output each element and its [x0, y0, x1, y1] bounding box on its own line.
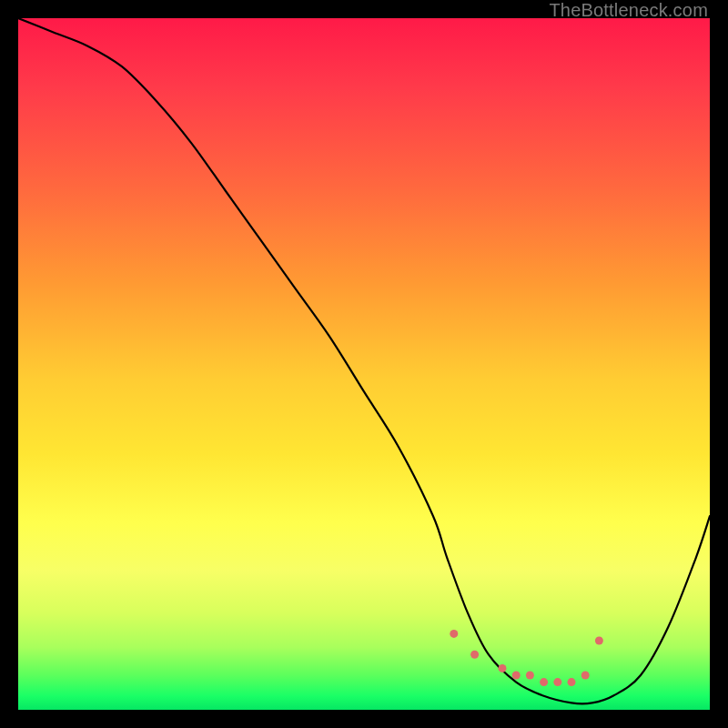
optimal-range-markers: [450, 630, 603, 686]
chart-plot-area: [18, 18, 710, 710]
marker-dot: [540, 678, 548, 686]
chart-svg: [18, 18, 710, 710]
marker-dot: [450, 630, 458, 638]
outer-black-frame: TheBottleneck.com: [0, 0, 728, 728]
marker-dot: [581, 672, 590, 680]
marker-dot: [568, 678, 576, 686]
marker-dot: [595, 637, 603, 645]
marker-dot: [512, 672, 521, 680]
marker-dot: [553, 678, 561, 686]
bottleneck-curve-line: [18, 18, 710, 703]
marker-dot: [526, 672, 534, 680]
marker-dot: [470, 651, 479, 659]
marker-dot: [499, 664, 507, 672]
